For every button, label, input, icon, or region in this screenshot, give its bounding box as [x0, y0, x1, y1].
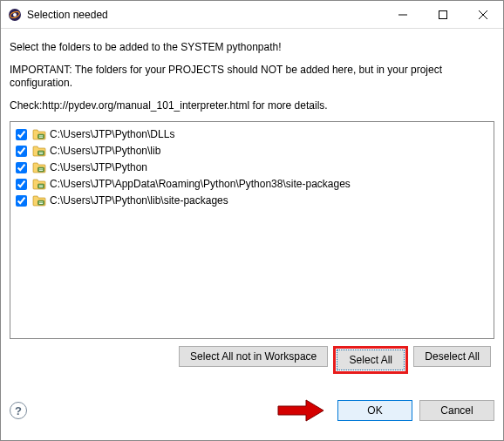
- maximize-button[interactable]: [423, 1, 463, 28]
- folder-list[interactable]: C:\Users\JTP\Python\DLLsC:\Users\JTP\Pyt…: [10, 121, 494, 339]
- svg-marker-22: [278, 400, 324, 421]
- svg-rect-19: [38, 200, 44, 205]
- close-button[interactable]: [463, 1, 503, 28]
- svg-rect-18: [39, 187, 43, 187]
- svg-rect-7: [38, 134, 44, 139]
- folder-path-label: C:\Users\JTP\AppData\Roaming\Python\Pyth…: [50, 178, 351, 190]
- instruction-text-2: IMPORTANT: The folders for your PROJECTS…: [10, 64, 494, 91]
- ok-button[interactable]: OK: [337, 400, 412, 421]
- title-bar: Selection needed: [1, 1, 503, 29]
- folder-checkbox[interactable]: [16, 195, 27, 207]
- folder-row[interactable]: C:\Users\JTP\Python\DLLs: [16, 126, 488, 142]
- select-all-button[interactable]: Select All: [337, 349, 405, 370]
- svg-rect-16: [38, 184, 44, 188]
- svg-rect-11: [39, 153, 43, 153]
- svg-rect-17: [39, 186, 43, 187]
- folder-checkbox[interactable]: [16, 162, 27, 173]
- instruction-text-1: Select the folders to be added to the SY…: [10, 41, 494, 55]
- svg-rect-4: [439, 10, 447, 18]
- folder-path-label: C:\Users\JTP\Python\lib: [50, 145, 160, 157]
- svg-rect-9: [39, 137, 43, 138]
- folder-icon: [32, 161, 46, 173]
- svg-rect-14: [39, 169, 43, 170]
- folder-path-label: C:\Users\JTP\Python: [50, 161, 147, 173]
- svg-rect-8: [39, 136, 43, 137]
- svg-rect-10: [38, 151, 44, 155]
- dialog-content: Select the folders to be added to the SY…: [1, 29, 503, 374]
- select-all-not-in-workspace-button[interactable]: Select All not in Workspace: [179, 346, 328, 367]
- deselect-all-button[interactable]: Deselect All: [413, 346, 491, 367]
- select-all-highlight: Select All: [333, 346, 408, 374]
- folder-path-label: C:\Users\JTP\Python\lib\site-packages: [50, 194, 228, 207]
- svg-rect-13: [38, 167, 44, 172]
- minimize-button[interactable]: [383, 1, 423, 28]
- folder-icon: [32, 145, 46, 157]
- folder-row[interactable]: C:\Users\JTP\Python\lib: [16, 143, 488, 159]
- instruction-text-3: Check:http://pydev.org/manual_101_interp…: [10, 99, 494, 113]
- folder-icon: [32, 178, 46, 190]
- dialog-footer: ? OK Cancel: [1, 398, 503, 431]
- folder-row[interactable]: C:\Users\JTP\Python\lib\site-packages: [16, 193, 488, 208]
- svg-point-2: [13, 13, 17, 17]
- svg-rect-12: [39, 153, 43, 154]
- folder-row[interactable]: C:\Users\JTP\Python: [16, 159, 488, 175]
- svg-rect-20: [39, 202, 43, 203]
- cancel-button[interactable]: Cancel: [419, 400, 494, 421]
- folder-checkbox[interactable]: [16, 129, 27, 140]
- folder-checkbox[interactable]: [16, 179, 27, 190]
- folder-row[interactable]: C:\Users\JTP\AppData\Roaming\Python\Pyth…: [16, 176, 488, 192]
- selection-button-row: Select All not in Workspace Select All D…: [10, 346, 494, 374]
- folder-path-label: C:\Users\JTP\Python\DLLs: [50, 128, 174, 140]
- help-icon[interactable]: ?: [10, 402, 27, 419]
- svg-rect-21: [39, 203, 43, 204]
- svg-rect-15: [39, 170, 43, 171]
- folder-icon: [32, 194, 46, 207]
- eclipse-icon: [8, 8, 22, 22]
- arrow-icon: [276, 398, 325, 423]
- window-title: Selection needed: [27, 9, 383, 21]
- folder-icon: [32, 128, 46, 140]
- folder-checkbox[interactable]: [16, 146, 27, 157]
